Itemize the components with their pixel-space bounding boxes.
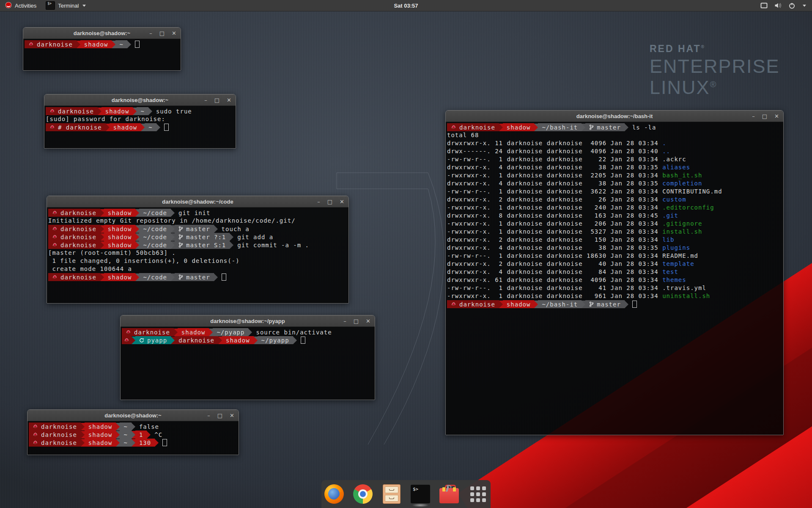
powerline-arrow-icon — [230, 241, 233, 249]
dock-chrome[interactable] — [353, 483, 373, 505]
minimize-button[interactable]: – — [752, 113, 755, 119]
close-button[interactable]: ✕ — [172, 30, 176, 36]
clock[interactable]: Sat 03:57 — [0, 3, 812, 9]
powerline-arrow-icon — [582, 301, 585, 308]
powerline-arrow-icon — [174, 329, 178, 336]
terminal-content[interactable]: darknoiseshadow~/pyappsource bin/activat… — [121, 327, 375, 400]
app-grid-icon — [469, 485, 487, 503]
prompt-line: darknoiseshadow~false — [29, 422, 239, 431]
file-meta: -rw-rw-r--. 1 darknoise darknoise 22 Jan… — [447, 156, 662, 163]
powerline-arrow-icon — [171, 337, 175, 344]
volume-icon[interactable] — [774, 3, 782, 8]
power-icon[interactable] — [789, 3, 795, 9]
window-titlebar[interactable]: darknoise@shadow:~–□✕ — [27, 410, 239, 421]
terminal-content[interactable]: darknoiseshadow~falsedarknoiseshadow~1^C… — [27, 421, 239, 455]
file-list-row: drwxrwxr-x. 2 darknoise darknoise 150 Ja… — [447, 236, 783, 244]
prompt-segment: darknoise — [29, 439, 81, 447]
file-name: .git — [662, 212, 678, 219]
fedora-icon — [33, 432, 38, 437]
terminal-content[interactable]: darknoiseshadow~/codegit initInitialized… — [47, 207, 348, 304]
terminal-content[interactable]: darknoiseshadow~ — [23, 39, 181, 71]
powerline-arrow-icon — [116, 439, 120, 447]
activities-button[interactable]: Activities — [0, 0, 41, 11]
window-titlebar[interactable]: darknoise@shadow:~/bash-it–□✕ — [446, 110, 783, 122]
prompt-segment-label: shadow — [88, 431, 112, 438]
prompt-segment-label: shadow — [226, 337, 250, 344]
window-titlebar[interactable]: darknoise@shadow:~–□✕ — [44, 94, 236, 106]
terminal-content[interactable]: darknoiseshadow~/bash-itmasterls -latota… — [446, 122, 783, 435]
prompt-segment-label: shadow — [84, 41, 108, 48]
chevron-down-icon[interactable] — [803, 5, 806, 7]
prompt-segment: darknoise — [48, 273, 100, 281]
file-meta: drwxrwxr-x. 8 darknoise darknoise 163 Ja… — [447, 212, 662, 219]
prompt-line: darknoiseshadow~130 — [29, 439, 239, 447]
prompt-segment-label: darknoise — [41, 431, 77, 438]
app-menu-button[interactable]: $> Terminal — [41, 0, 90, 11]
dock-terminal[interactable]: $> — [410, 483, 431, 505]
powerline-arrow-icon — [171, 241, 175, 249]
dock-toolbox[interactable] — [439, 483, 459, 505]
prompt-segment: ~ — [120, 422, 131, 431]
close-button[interactable]: ✕ — [366, 318, 370, 324]
maximize-button[interactable]: □ — [217, 413, 222, 418]
prompt-segment: darknoise — [48, 233, 100, 241]
prompt-line: darknoiseshadow~/codegit init — [48, 209, 348, 217]
prompt-segment: master — [585, 123, 625, 131]
powerline-arrow-icon — [248, 329, 252, 336]
close-button[interactable]: ✕ — [230, 413, 234, 418]
prompt-segment: shadow — [503, 300, 535, 308]
maximize-button[interactable]: □ — [354, 318, 359, 324]
minimize-button[interactable]: – — [343, 318, 346, 324]
maximize-button[interactable]: □ — [762, 113, 767, 119]
window-title: darknoise@shadow:~/code — [162, 199, 233, 205]
minimize-button[interactable]: – — [204, 97, 207, 103]
fedora-icon — [52, 275, 58, 279]
display-icon[interactable] — [760, 3, 768, 8]
window-titlebar[interactable]: darknoise@shadow:~/pyapp–□✕ — [121, 315, 375, 327]
fedora-icon — [49, 125, 55, 130]
file-list-row: drwxrwxr-x. 11 darknoise darknoise 4096 … — [447, 139, 783, 147]
powerline-arrow-icon — [106, 124, 110, 131]
prompt-line: darknoiseshadow~sudo true — [46, 107, 236, 115]
file-name: aliases — [662, 164, 690, 171]
prompt-segment-label: darknoise — [459, 301, 495, 308]
prompt-segment-label: darknoise — [60, 274, 96, 281]
file-list-row: drwxrwxr-x. 4 darknoise darknoise 38 Jan… — [447, 244, 783, 252]
file-name: template — [662, 260, 694, 267]
powerline-arrow-icon — [171, 273, 175, 281]
file-list-row: drwxrwxr-x. 4 darknoise darknoise 38 Jan… — [447, 163, 783, 171]
file-name: completion — [662, 180, 702, 187]
prompt-segment: ~/bash-it — [538, 300, 582, 308]
file-list-row: drwxrwxr-x. 61 darknoise darknoise 4096 … — [447, 276, 783, 284]
minimize-button[interactable]: – — [317, 199, 320, 204]
prompt-segment-label: shadow — [507, 124, 531, 131]
close-button[interactable]: ✕ — [774, 113, 779, 119]
dock-appgrid[interactable] — [468, 483, 488, 505]
powerline-arrow-icon — [127, 41, 131, 48]
prompt-line: darknoiseshadow~/codemastertouch a — [48, 225, 348, 233]
file-meta: -rw-rw-r--. 1 darknoise darknoise 3622 J… — [447, 188, 662, 195]
dock-files[interactable] — [381, 483, 402, 505]
minimize-button[interactable]: – — [149, 30, 152, 36]
maximize-button[interactable]: □ — [327, 199, 332, 204]
git-icon — [178, 234, 183, 240]
prompt-segment: ~/code — [139, 241, 171, 249]
window-titlebar[interactable]: darknoise@shadow:~/code–□✕ — [47, 196, 348, 207]
powerline-arrow-icon — [209, 329, 213, 336]
maximize-button[interactable]: □ — [214, 97, 219, 103]
dock-firefox[interactable] — [324, 483, 344, 505]
close-button[interactable]: ✕ — [340, 199, 344, 204]
window-titlebar[interactable]: darknoise@shadow:~–□✕ — [23, 28, 181, 39]
file-name: README.md — [662, 252, 698, 259]
close-button[interactable]: ✕ — [227, 97, 231, 103]
prompt-segment-label: shadow — [108, 274, 132, 281]
powerline-arrow-icon — [133, 108, 137, 115]
file-list-row: drwxrwxr-x. 8 darknoise darknoise 163 Ja… — [447, 212, 783, 220]
terminal-content[interactable]: darknoiseshadow~sudo true[sudo] password… — [44, 106, 236, 149]
minimize-button[interactable]: – — [207, 413, 210, 418]
maximize-button[interactable]: □ — [159, 30, 165, 36]
file-list-row: -rwxrwxr-x. 1 darknoise darknoise 5327 J… — [447, 228, 783, 236]
toolbox-icon — [439, 488, 459, 503]
prompt-segment-label: master ?:1 — [186, 234, 226, 240]
prompt-segment-label: darknoise — [60, 210, 96, 216]
